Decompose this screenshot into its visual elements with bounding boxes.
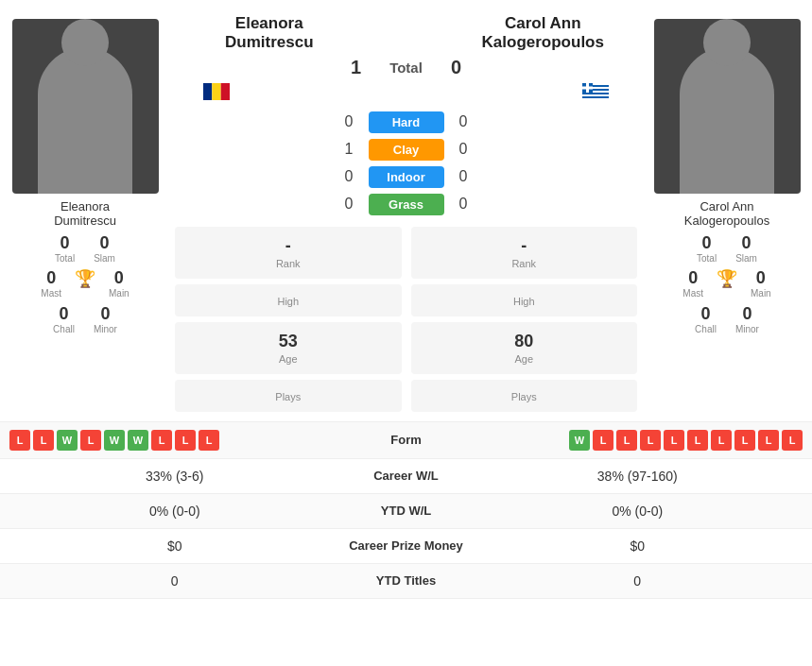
- right-minor-label: Minor: [735, 324, 759, 334]
- right-mast-value: 0: [688, 268, 698, 288]
- left-form-5: W: [104, 430, 125, 451]
- stat-boxes: - Rank High 53 Age Plays: [175, 227, 637, 412]
- left-flag: [203, 82, 230, 100]
- right-total-score: 0: [442, 57, 471, 78]
- right-form-7: L: [711, 430, 732, 451]
- left-slam-stat: 0 Slam: [94, 233, 115, 264]
- right-form-8: L: [734, 430, 755, 451]
- left-form-8: L: [175, 430, 196, 451]
- right-chall-label: Chall: [695, 324, 717, 334]
- right-stats-row1: 0 Total 0 Slam: [697, 233, 757, 264]
- grass-btn: Grass: [369, 194, 444, 215]
- left-chall-label: Chall: [53, 324, 75, 334]
- right-flag: [582, 82, 609, 100]
- left-form-6: W: [128, 430, 148, 451]
- right-ytd-wl: 0% (0-0): [482, 504, 794, 519]
- right-form-3: L: [616, 430, 637, 451]
- left-slam-label: Slam: [94, 253, 115, 264]
- right-minor-stat: 0 Minor: [735, 304, 759, 334]
- right-main-stat: 0 Main: [751, 268, 771, 299]
- left-total-value: 0: [60, 233, 70, 253]
- top-section: EleanoraDumitrescu 0 Total 0 Slam 0 Mast…: [0, 0, 812, 421]
- right-total-label: Total: [697, 253, 717, 264]
- right-chall-value: 0: [700, 304, 710, 324]
- right-rank-label: Rank: [511, 258, 536, 269]
- left-player-photo: EleanoraDumitrescu 0 Total 0 Slam 0 Mast…: [0, 9, 170, 412]
- grass-right-score: 0: [452, 196, 475, 213]
- right-age-box: 80 Age: [411, 322, 638, 374]
- right-player-photo: Carol AnnKalogeropoulos 0 Total 0 Slam 0…: [642, 9, 812, 412]
- left-rank-value: -: [285, 236, 291, 256]
- left-stats-row1: 0 Total 0 Slam: [55, 233, 115, 264]
- left-minor-value: 0: [100, 304, 110, 324]
- prize-row: $0 Career Prize Money $0: [0, 529, 812, 564]
- left-silhouette: [38, 47, 132, 194]
- left-rank-box: - Rank: [175, 227, 402, 279]
- grass-left-score: 0: [337, 196, 361, 213]
- left-ytd-wl: 0% (0-0): [19, 504, 331, 519]
- left-ytd-titles: 0: [19, 573, 331, 589]
- left-high-box: High: [175, 284, 402, 316]
- left-chall-stat: 0 Chall: [53, 304, 75, 334]
- left-trophy-icon: 🏆: [75, 268, 95, 299]
- left-main-value: 0: [114, 268, 124, 288]
- left-plays-box: Plays: [175, 380, 402, 412]
- clay-right-score: 0: [452, 141, 475, 158]
- middle-panel: EleanoraDumitrescu Carol AnnKalogeropoul…: [170, 9, 642, 412]
- right-high-box: High: [411, 284, 638, 316]
- left-rank-label: Rank: [276, 258, 301, 269]
- right-main-value: 0: [756, 268, 766, 288]
- svg-rect-7: [582, 94, 609, 96]
- right-form-1: W: [569, 430, 590, 451]
- right-slam-stat: 0 Slam: [735, 233, 757, 264]
- right-form-9: L: [758, 430, 779, 451]
- ytd-wl-label: YTD W/L: [331, 504, 482, 518]
- right-plays-label: Plays: [511, 391, 537, 402]
- right-form-5: L: [664, 430, 684, 451]
- left-slam-value: 0: [100, 233, 110, 253]
- right-stats-row2: 0 Mast 🏆 0 Main: [682, 268, 770, 299]
- bottom-section: L L W L W W L L L Form W L L L L L L L L: [0, 421, 812, 599]
- svg-rect-11: [582, 86, 593, 89]
- right-player-name-below: Carol AnnKalogeropoulos: [684, 199, 769, 228]
- left-form-9: L: [199, 430, 219, 451]
- left-form: L L W L W W L L L: [9, 430, 345, 451]
- left-stats-row3: 0 Chall 0 Minor: [53, 304, 117, 334]
- right-minor-value: 0: [742, 304, 752, 324]
- right-age-label: Age: [514, 353, 533, 365]
- surface-row-clay: 1 Clay 0: [175, 139, 637, 161]
- hard-btn: Hard: [369, 111, 444, 133]
- right-rank-value: -: [521, 236, 527, 256]
- right-form-6: L: [687, 430, 708, 451]
- left-form-4: L: [80, 430, 101, 451]
- form-label: Form: [345, 433, 468, 447]
- surface-row-hard: 0 Hard 0: [175, 111, 637, 133]
- left-age-box: 53 Age: [175, 322, 402, 374]
- surface-rows: 0 Hard 0 1 Clay 0 0 Indoor 0 0 Grass: [175, 111, 637, 221]
- career-wl-label: Career W/L: [331, 469, 482, 483]
- right-prize: $0: [482, 538, 794, 554]
- ytd-wl-row: 0% (0-0) YTD W/L 0% (0-0): [0, 494, 812, 529]
- right-age-value: 80: [514, 332, 533, 351]
- left-total-score: 1: [342, 57, 371, 78]
- right-ytd-titles: 0: [482, 573, 794, 589]
- left-mast-value: 0: [46, 268, 56, 288]
- romania-flag-icon: [203, 83, 230, 100]
- greece-flag-icon: [582, 83, 609, 100]
- left-main-label: Main: [109, 288, 130, 299]
- main-container: EleanoraDumitrescu 0 Total 0 Slam 0 Mast…: [0, 0, 812, 599]
- left-form-3: W: [57, 430, 78, 451]
- left-form-7: L: [151, 430, 172, 451]
- left-avatar: [12, 19, 159, 194]
- players-header: EleanoraDumitrescu Carol AnnKalogeropoul…: [175, 9, 637, 57]
- right-stat-boxes: - Rank High 80 Age Plays: [411, 227, 638, 412]
- left-stats-row2: 0 Mast 🏆 0 Main: [41, 268, 129, 299]
- left-age-label: Age: [279, 353, 298, 365]
- right-form: W L L L L L L L L L: [468, 430, 803, 451]
- right-career-wl: 38% (97-160): [482, 469, 794, 484]
- left-form-2: L: [33, 430, 54, 451]
- right-chall-stat: 0 Chall: [695, 304, 717, 334]
- left-mast-label: Mast: [41, 288, 61, 299]
- right-header-name: Carol AnnKalogeropoulos: [449, 14, 638, 52]
- right-slam-value: 0: [742, 233, 752, 253]
